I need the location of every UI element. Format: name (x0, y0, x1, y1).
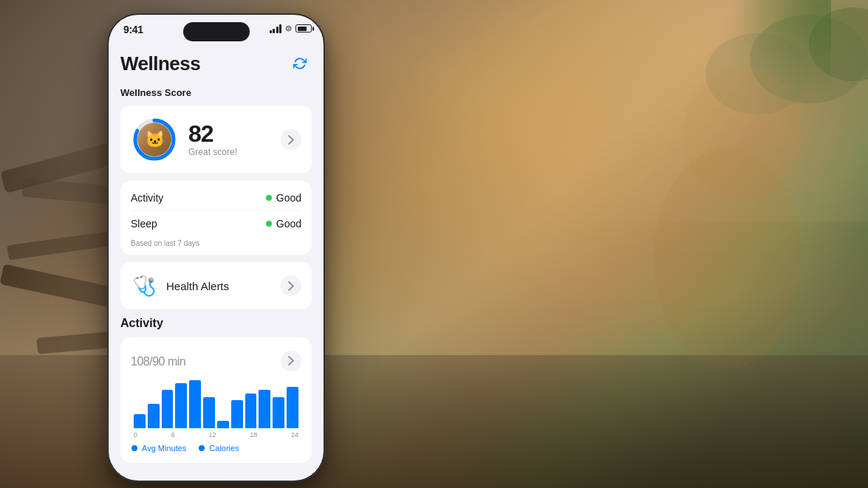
wellness-score-card[interactable]: 🐱 82 Great score! (120, 106, 312, 173)
health-alerts-card[interactable]: 🩺 Health Alerts (120, 262, 312, 309)
svg-point-10 (199, 445, 205, 451)
chart-bar (273, 397, 284, 428)
health-alerts-title: Health Alerts (166, 280, 272, 292)
sleep-status-text: Good (276, 218, 301, 230)
sleep-dot (266, 221, 272, 227)
stats-footnote: Based on last 7 days (131, 236, 301, 247)
wellness-chevron-button[interactable] (281, 129, 301, 150)
activity-card: 108/90 min 0 (120, 337, 312, 463)
activity-value: 108/90 min (131, 348, 185, 370)
chart-x-labels: 0 6 12 18 24 (131, 428, 301, 439)
score-circle: 🐱 (131, 116, 178, 163)
avg-minutes-label: Avg Minutes (142, 444, 186, 453)
phone-wrapper: 9:41 ⊜ Welln (107, 13, 325, 482)
calories-icon (198, 444, 205, 452)
chart-bar (245, 394, 257, 427)
avatar: 🐱 (137, 123, 171, 157)
activity-status-text: Good (276, 192, 301, 204)
chart-bar (134, 414, 146, 428)
activity-chevron-button[interactable] (281, 351, 301, 371)
chart-bar (287, 387, 298, 428)
score-description: Great score! (188, 147, 270, 157)
avg-minutes-legend: Avg Minutes (131, 444, 186, 453)
chart-bar (217, 421, 229, 427)
activity-chart: 0 6 12 18 24 (131, 380, 301, 439)
stats-card: Activity Good Sleep Good Based on l (120, 181, 312, 255)
chart-legend: Avg Minutes Calories (131, 439, 301, 453)
chart-bars (131, 380, 301, 428)
calories-label: Calories (209, 444, 239, 453)
chart-bar (148, 404, 160, 428)
activity-section-label: Activity (120, 317, 312, 330)
score-info: 82 Great score! (188, 122, 270, 157)
app-header: Wellness (120, 52, 312, 75)
sleep-label: Sleep (131, 218, 157, 230)
chart-bar (162, 390, 174, 427)
score-number: 82 (188, 122, 270, 145)
alerts-chevron-button[interactable] (281, 275, 301, 296)
chart-bar (175, 383, 187, 427)
battery-icon (295, 24, 312, 32)
wifi-icon: ⊜ (285, 24, 292, 33)
activity-header: 108/90 min (131, 348, 301, 371)
activity-label: Activity (131, 192, 163, 204)
chart-bar (189, 380, 201, 428)
chart-bar (259, 390, 270, 427)
refresh-button[interactable] (288, 52, 312, 75)
chart-bar (203, 397, 215, 428)
activity-value-container: 108/90 min (131, 348, 185, 371)
chevron-right-icon (288, 281, 294, 291)
activity-status: Good (266, 192, 301, 204)
chevron-right-icon (288, 356, 294, 365)
signal-icon (270, 24, 282, 33)
phone-screen: 9:41 ⊜ Welln (109, 15, 324, 481)
app-content[interactable]: Wellness Wellness Score (109, 52, 324, 481)
chevron-right-icon (288, 135, 294, 145)
calories-legend: Calories (198, 444, 239, 453)
health-alerts-icon: 🩺 (131, 272, 157, 299)
wellness-score-label: Wellness Score (120, 87, 312, 98)
phone-frame: 9:41 ⊜ Welln (107, 13, 325, 482)
sleep-stat-row: Sleep Good (131, 210, 301, 236)
svg-point-9 (131, 445, 137, 451)
page-title: Wellness (120, 52, 200, 75)
activity-stat-row: Activity Good (131, 185, 301, 210)
activity-dot (266, 195, 272, 201)
chart-bar (231, 400, 243, 427)
status-icons: ⊜ (270, 24, 312, 33)
dynamic-island (183, 22, 250, 41)
avg-minutes-icon (131, 444, 138, 452)
refresh-icon (293, 57, 307, 70)
sleep-status: Good (266, 218, 301, 230)
activity-unit: /90 min (149, 355, 185, 368)
status-time: 9:41 (123, 24, 143, 35)
